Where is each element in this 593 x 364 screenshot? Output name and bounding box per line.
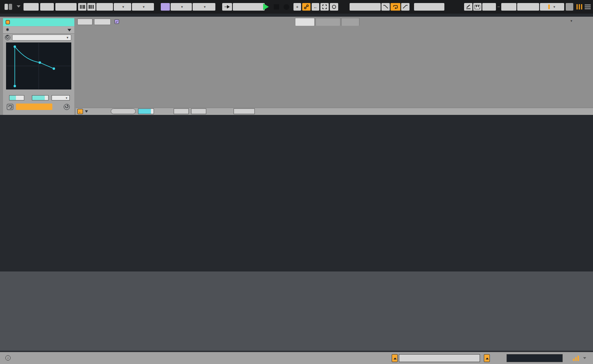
sample-rate-field[interactable] [517, 3, 539, 11]
device-chain-mini-overview[interactable] [507, 354, 563, 362]
clip-activator-checkbox[interactable] [6, 20, 10, 24]
transform-section-header[interactable]: ✱ [3, 27, 74, 34]
rotate-field[interactable] [32, 95, 49, 100]
scale-mode-toggle[interactable] [161, 3, 170, 11]
tab-envelopes[interactable] [315, 18, 340, 26]
pane-icon-left [5, 4, 8, 10]
lane-caret-icon[interactable] [85, 110, 88, 113]
lane-collapse-button[interactable]: ← [77, 109, 83, 114]
device-overview-expand-button[interactable] [484, 354, 490, 362]
arrangement-view-toggle-icon[interactable] [585, 4, 591, 9]
link-button[interactable] [24, 3, 39, 11]
reset-tool-icon[interactable] [5, 35, 10, 40]
automation-arm-button[interactable] [302, 3, 311, 11]
tap-tempo-button[interactable] [40, 3, 54, 11]
midi-note-editor[interactable] [76, 27, 593, 115]
punch-in-button[interactable] [381, 3, 390, 11]
groove-pool-selector[interactable]: ▼ [114, 3, 131, 11]
follow-button[interactable] [222, 3, 232, 11]
clip-panel: ✱ ▼ ▼ [3, 18, 74, 115]
clip-mini-overview[interactable] [399, 354, 480, 362]
ramp-end-field[interactable] [191, 108, 206, 114]
transform-tool-selector[interactable]: ▼ [12, 35, 71, 41]
clip-overview-expand-button[interactable] [392, 354, 398, 362]
loop-start-field[interactable] [350, 3, 381, 11]
clip-title-bar[interactable] [3, 18, 74, 26]
overdub-indicator [566, 3, 573, 11]
output-meter-icon[interactable] [573, 355, 580, 361]
nudge-down-button[interactable] [78, 3, 86, 11]
pane-icon-right [9, 4, 12, 10]
transport-toolbar: ▼ ▼ ▼ ▼ + ← ▼ [0, 0, 593, 14]
grid-setting[interactable]: ▼ [568, 19, 573, 23]
loop-length-field[interactable] [414, 3, 444, 11]
deviation-field[interactable] [234, 108, 255, 114]
key-map-button[interactable] [482, 3, 496, 11]
punch-out-button[interactable] [401, 3, 409, 11]
separator-dash [497, 6, 500, 7]
session-record-scope-button[interactable] [320, 3, 329, 11]
expand-arrow-icon [486, 358, 489, 359]
expand-arrow-icon [394, 358, 397, 359]
scale-button[interactable] [94, 19, 111, 25]
meter-caret-icon[interactable] [583, 357, 586, 359]
menu-caret-icon[interactable] [17, 5, 20, 8]
reenable-automation-button[interactable]: ← [312, 3, 319, 11]
time-signature-field[interactable] [96, 3, 113, 11]
tempo-field[interactable] [55, 3, 77, 11]
cpu-meter[interactable]: ▼ [540, 3, 564, 11]
device-chain [0, 271, 593, 351]
velocity-lane-footer: ← [76, 108, 593, 115]
transform-icon: ✱ [6, 27, 9, 32]
nudge-up-button[interactable] [87, 3, 96, 11]
transform-apply-button[interactable] [16, 104, 52, 110]
velocity-shaper-graph[interactable] [6, 42, 71, 89]
midi-map-button[interactable] [501, 3, 516, 11]
window-menu-icon[interactable] [5, 3, 14, 10]
quantization-selector[interactable]: ▼ [132, 3, 154, 11]
scale-name-selector[interactable]: ▼ [193, 3, 215, 11]
status-bar: i [0, 352, 593, 364]
root-note-selector[interactable]: ▼ [171, 3, 192, 11]
meld-macro-bands [0, 115, 593, 271]
transform-loop-toggle[interactable] [7, 104, 13, 110]
session-view-toggle-icon[interactable] [576, 4, 582, 9]
tab-mpe[interactable] [341, 18, 359, 26]
tab-notes[interactable] [295, 18, 315, 26]
computer-midi-keyboard-button[interactable] [473, 3, 482, 11]
cpu-bar-icon [548, 5, 550, 9]
loop-count-field[interactable] [9, 95, 24, 100]
transform-refresh-icon[interactable] [64, 104, 70, 110]
play-button[interactable] [263, 3, 269, 10]
new-button[interactable]: + [293, 3, 301, 11]
randomize-button[interactable] [111, 108, 136, 114]
record-button[interactable] [284, 4, 289, 10]
arrangement-position-field[interactable] [233, 3, 265, 11]
ramp-start-field[interactable] [174, 108, 189, 114]
capture-midi-button[interactable] [330, 3, 338, 11]
draw-mode-button[interactable] [464, 3, 472, 11]
division-selector[interactable]: ▼ [52, 95, 70, 100]
section-collapse-caret-icon[interactable] [67, 29, 71, 31]
fold-button[interactable] [77, 19, 93, 25]
info-icon[interactable]: i [5, 355, 11, 361]
ableton-live-window: ▼ ▼ ▼ ▼ + ← ▼ [0, 0, 593, 364]
stop-button[interactable] [274, 4, 279, 9]
loop-switch[interactable] [391, 3, 400, 11]
tool-row: ▼ [3, 34, 74, 42]
highlight-scale-checkbox[interactable]: ✓ [115, 19, 119, 24]
randomize-amount-field[interactable] [138, 108, 154, 114]
